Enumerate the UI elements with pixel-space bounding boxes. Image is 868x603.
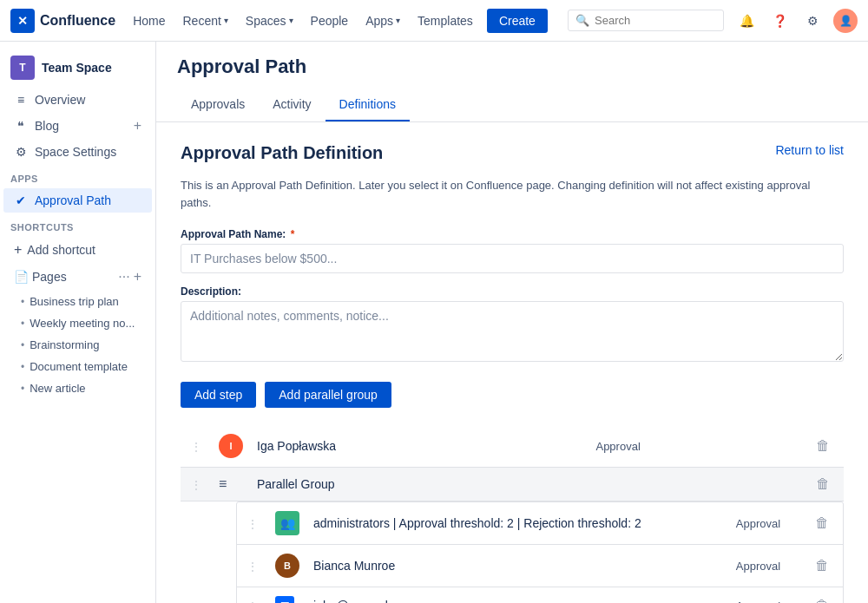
approval-icon: ✔ bbox=[14, 193, 28, 207]
tab-approvals[interactable]: Approvals bbox=[177, 88, 259, 121]
add-parallel-group-button[interactable]: Add parallel group bbox=[265, 382, 391, 408]
avatar-iga: I bbox=[219, 434, 243, 458]
parallel-inner-table: ⋮ 👥 administrators | Approval threshold:… bbox=[237, 502, 843, 603]
tab-activity[interactable]: Activity bbox=[259, 88, 325, 121]
content-title: Approval Path Definition bbox=[181, 143, 383, 163]
nav-people[interactable]: People bbox=[304, 10, 356, 31]
avatar-admins: 👥 bbox=[275, 511, 299, 535]
space-icon: T bbox=[10, 56, 35, 80]
settings-sidebar-icon: ⚙ bbox=[14, 145, 28, 159]
nav-apps[interactable]: Apps ▾ bbox=[358, 10, 407, 31]
drag-handle-bianca[interactable]: ⋮ bbox=[244, 560, 261, 573]
delete-iga-button[interactable]: 🗑 bbox=[809, 435, 837, 456]
nav-recent[interactable]: Recent ▾ bbox=[175, 10, 234, 31]
page-item-2[interactable]: Brainstorming bbox=[0, 334, 155, 356]
search-icon: 🔍 bbox=[575, 14, 589, 27]
bianca-name: Bianca Munroe bbox=[306, 545, 729, 587]
notifications-icon[interactable]: 🔔 bbox=[734, 9, 759, 33]
sidebar-item-blog[interactable]: ❝ Blog + bbox=[3, 113, 152, 139]
delete-admins-button[interactable]: 🗑 bbox=[808, 512, 836, 534]
help-icon[interactable]: ❓ bbox=[767, 9, 792, 33]
create-button[interactable]: Create bbox=[487, 9, 548, 33]
nav-icons: 🔔 ❓ ⚙ 👤 bbox=[734, 9, 858, 33]
bianca-approval: Approval bbox=[729, 545, 801, 587]
parallel-group-box: ⋮ 👥 administrators | Approval threshold:… bbox=[236, 501, 844, 603]
drag-handle-parallel[interactable]: ⋮ bbox=[187, 479, 205, 491]
admins-name: administrators | Approval threshold: 2 |… bbox=[306, 502, 729, 545]
pages-add-icon[interactable]: + bbox=[134, 269, 141, 285]
nav-spaces[interactable]: Spaces ▾ bbox=[239, 10, 300, 31]
apps-section-label: APPS bbox=[0, 165, 155, 187]
john-approval: Approval bbox=[729, 587, 801, 604]
nav-templates[interactable]: Templates bbox=[411, 10, 480, 31]
settings-icon[interactable]: ⚙ bbox=[800, 9, 825, 33]
user-name-iga: Iga Popławska bbox=[250, 425, 589, 468]
logo-icon: ✕ bbox=[10, 9, 35, 33]
parallel-group-row: ⋮ ≡ Parallel Group 🗑 bbox=[181, 468, 844, 501]
parallel-member-admins: ⋮ 👥 administrators | Approval threshold:… bbox=[237, 502, 843, 545]
description-label: Description: bbox=[181, 285, 844, 298]
sidebar-item-settings[interactable]: ⚙ Space Settings bbox=[3, 140, 152, 164]
action-buttons: Add step Add parallel group bbox=[181, 382, 844, 408]
required-indicator: * bbox=[291, 228, 295, 240]
apps-chevron-icon: ▾ bbox=[396, 16, 400, 25]
page-title: Approval Path bbox=[177, 56, 306, 78]
search-input[interactable] bbox=[595, 14, 707, 27]
delete-bianca-button[interactable]: 🗑 bbox=[808, 554, 836, 576]
spaces-chevron-icon: ▾ bbox=[289, 16, 293, 25]
approval-badge-iga: Approval bbox=[589, 425, 802, 468]
parallel-member-john: ⋮ ✉ john@example.com bbox=[237, 587, 843, 604]
delete-parallel-button[interactable]: 🗑 bbox=[809, 473, 837, 495]
john-name: john@example.com bbox=[306, 587, 729, 604]
page-item-4[interactable]: New article bbox=[0, 377, 155, 399]
page-item-0[interactable]: Business trip plan bbox=[0, 291, 155, 312]
content-area: Approval Path Definition Return to list … bbox=[156, 122, 868, 603]
avatar-john: ✉ bbox=[275, 596, 294, 603]
avatar[interactable]: 👤 bbox=[833, 9, 858, 33]
pages-header: 📄 Pages ··· + bbox=[3, 264, 152, 290]
approval-path-name-input[interactable] bbox=[181, 244, 844, 273]
admins-approval: Approval bbox=[729, 502, 801, 545]
search-bar[interactable]: 🔍 bbox=[568, 10, 724, 31]
blog-add-icon[interactable]: + bbox=[134, 118, 141, 134]
delete-john-button[interactable]: 🗑 bbox=[808, 594, 836, 603]
add-shortcut-icon: + bbox=[14, 242, 22, 258]
tab-definitions[interactable]: Definitions bbox=[326, 88, 410, 121]
page-item-1[interactable]: Weekly meeting no... bbox=[0, 312, 155, 334]
page-tabs: Approvals Activity Definitions bbox=[177, 88, 847, 121]
name-label: Approval Path Name: * bbox=[181, 228, 844, 240]
parallel-group-box-row: ⋮ 👥 administrators | Approval threshold:… bbox=[181, 501, 844, 604]
main-content: Approval Path Approvals Activity Definit… bbox=[156, 42, 868, 603]
logo[interactable]: ✕ Confluence bbox=[10, 9, 115, 33]
parallel-list-icon: ≡ bbox=[219, 476, 227, 491]
drag-handle-admins[interactable]: ⋮ bbox=[244, 518, 261, 530]
sidebar-item-overview[interactable]: ≡ Overview bbox=[3, 88, 152, 112]
description-text: This is an Approval Path Definition. Lat… bbox=[181, 177, 844, 211]
logo-text: Confluence bbox=[40, 13, 115, 29]
top-nav: ✕ Confluence Home Recent ▾ Spaces ▾ Peop… bbox=[0, 0, 868, 42]
overview-icon: ≡ bbox=[14, 93, 28, 107]
pages-menu-icon[interactable]: ··· bbox=[118, 269, 129, 285]
parallel-group-label: Parallel Group bbox=[250, 468, 589, 501]
sidebar: T Team Space ≡ Overview ❝ Blog + ⚙ Space… bbox=[0, 42, 156, 603]
page-header: Approval Path Approvals Activity Definit… bbox=[156, 42, 868, 122]
return-to-list-link[interactable]: Return to list bbox=[775, 143, 844, 157]
sidebar-item-approval-path[interactable]: ✔ Approval Path bbox=[3, 188, 152, 213]
space-name: Team Space bbox=[42, 61, 112, 75]
space-header[interactable]: T Team Space bbox=[0, 49, 155, 87]
blog-icon: ❝ bbox=[14, 119, 28, 133]
page-item-3[interactable]: Document template bbox=[0, 356, 155, 377]
recent-chevron-icon: ▾ bbox=[224, 16, 228, 25]
nav-home[interactable]: Home bbox=[126, 10, 172, 31]
avatar-bianca: B bbox=[275, 554, 299, 578]
drag-handle-iga[interactable]: ⋮ bbox=[187, 441, 205, 453]
step-row-iga: ⋮ I Iga Popławska Approval 🗑 bbox=[181, 425, 844, 468]
pages-book-icon: 📄 bbox=[14, 270, 29, 284]
shortcuts-section-label: SHORTCUTS bbox=[0, 213, 155, 236]
add-step-button[interactable]: Add step bbox=[181, 382, 256, 408]
add-shortcut-button[interactable]: + Add shortcut bbox=[3, 237, 152, 263]
page-title-row: Approval Path bbox=[177, 56, 847, 78]
description-textarea[interactable] bbox=[181, 301, 844, 362]
steps-table: ⋮ I Iga Popławska Approval 🗑 bbox=[181, 425, 844, 603]
parallel-member-bianca: ⋮ B Bianca Munroe bbox=[237, 545, 843, 587]
